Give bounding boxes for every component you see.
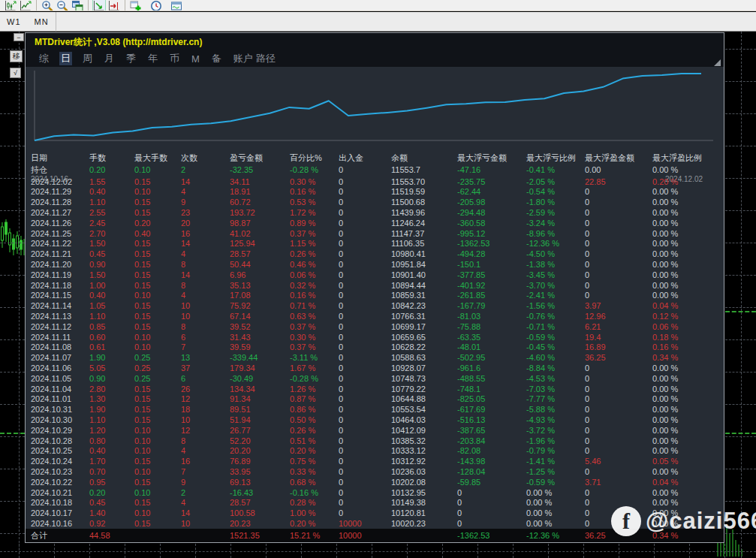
table-cell: 2024.10.31 (31, 405, 89, 414)
table-cell: 0.20 % (652, 177, 724, 186)
grid-line (89, 544, 90, 558)
chart-shift-icon[interactable] (107, 0, 121, 11)
menu-item-path[interactable]: 路径 (256, 52, 276, 65)
table-cell: 2.55 (89, 208, 134, 217)
table-cell: 18 (181, 405, 230, 414)
move-button[interactable]: 移 (10, 50, 23, 62)
table-row: 2024.10.291.200.101226.770.26 %010412.09… (26, 425, 724, 436)
table-cell: 0 (339, 394, 391, 403)
column-header: 最大浮盈比例 (652, 152, 724, 164)
table-cell: 0.92 (89, 519, 134, 528)
table-cell: 0 (339, 342, 391, 351)
menu-item-5[interactable]: 季 (125, 52, 137, 65)
table-cell: -8.84 % (526, 363, 585, 373)
table-cell: -3.45 % (526, 270, 585, 279)
panel-title: MTDriver统计 ,V3.08 (http://mtdriver.cn) (35, 36, 202, 49)
table-cell: -825.05 (457, 394, 526, 403)
grid-line (125, 544, 125, 558)
tile-windows-icon[interactable] (71, 0, 84, 11)
table-cell: 0 (339, 363, 391, 373)
table-cell: -494.28 (457, 249, 526, 258)
table-cell: 持仓 (31, 164, 89, 176)
table-cell: 11500.68 (391, 198, 457, 207)
table-cell: 10766.31 (391, 312, 457, 321)
stats-table-header: 日期手数最大手数次数盈亏金额百分比%出入金余额最大浮亏金额最大浮亏比例最大浮盈金… (26, 152, 724, 164)
table-cell: 0.40 (89, 291, 134, 300)
table-cell: 0 (585, 374, 652, 383)
grid-line (724, 544, 725, 558)
tab-mn[interactable]: MN (28, 14, 56, 29)
menu-item-7[interactable]: 币 (168, 52, 181, 65)
new-order-dropdown-icon[interactable]: ▾ (143, 8, 146, 11)
table-cell: 0.00 % (652, 219, 724, 228)
table-cell: 0.16 % (290, 291, 339, 300)
auto-scroll-icon[interactable] (92, 0, 106, 11)
table-cell: 0.00 % (526, 488, 585, 497)
table-cell: 2024.11.15 (31, 291, 89, 300)
toolbar-separator (125, 0, 125, 11)
table-cell: -617.69 (457, 405, 526, 414)
template-icon[interactable] (170, 0, 183, 11)
table-cell: 合计 (31, 530, 89, 541)
new-order-icon[interactable] (129, 0, 143, 11)
zoom-out-icon[interactable] (56, 0, 69, 11)
table-cell: 0.15 (134, 198, 181, 207)
table-cell: 0.20 % (290, 446, 339, 455)
table-cell: 0.16 % (652, 342, 724, 351)
check-button[interactable]: √ (10, 68, 21, 78)
column-header: 最大浮盈金额 (585, 152, 652, 164)
menu-item-6[interactable]: 年 (146, 52, 159, 65)
table-cell: 0.10 (134, 446, 181, 455)
table-cell: -30.49 (230, 374, 290, 383)
table-cell: 1.20 (89, 426, 134, 435)
table-row: 2024.11.272.550.1523193.721.72 %011439.9… (26, 207, 724, 218)
clock-dropdown-icon[interactable]: ▾ (164, 8, 167, 11)
table-cell: 0 (339, 312, 391, 321)
table-row: 2024.11.050.900.256-30.49-0.28 %010748.7… (26, 373, 724, 384)
table-cell: 1.30 (89, 394, 134, 403)
table-row: 2024.11.131.100.151067.140.63 %010766.31… (26, 311, 724, 321)
grid-line (0, 275, 25, 276)
table-cell: 0 (339, 374, 391, 383)
table-cell: 0 (585, 239, 652, 248)
table-cell: -261.85 (457, 291, 526, 300)
table-cell: 11439.96 (391, 208, 457, 217)
menu-item-8[interactable]: M (190, 53, 201, 65)
menu-item-3[interactable]: 周 (81, 52, 94, 65)
table-cell: 0.37 % (290, 322, 339, 331)
template-dropdown-icon[interactable]: ▾ (184, 8, 187, 11)
table-cell: 0 (339, 219, 391, 228)
table-row: 2024.11.042.800.1526134.341.26 %010779.2… (26, 384, 724, 394)
table-cell: 0 (585, 291, 652, 300)
table-cell: 28.57 (230, 249, 290, 258)
table-cell: 0.00 % (652, 260, 724, 269)
line-chart-icon[interactable] (19, 0, 32, 11)
table-cell: 36.25 (585, 353, 652, 362)
stats-table: 日期手数最大手数次数盈亏金额百分比%出入金余额最大浮亏金额最大浮亏比例最大浮盈金… (26, 152, 724, 542)
zoom-in-icon[interactable] (41, 0, 54, 11)
table-cell: 0 (585, 436, 652, 445)
table-row: 2024.10.280.800.10852.200.51 %010385.32-… (26, 436, 724, 446)
menu-item-4[interactable]: 月 (103, 52, 116, 65)
table-cell: 0 (585, 249, 652, 258)
menu-item-1[interactable]: 综 (38, 52, 50, 65)
menu-item-2[interactable]: 日 (59, 52, 72, 65)
scroll-end-marker-icon[interactable] (714, 59, 721, 66)
tab-w1[interactable]: W1 (0, 14, 28, 29)
table-cell: 1.72 % (290, 208, 339, 217)
clock-icon[interactable] (149, 0, 163, 11)
minimize-button[interactable]: − (14, 33, 24, 41)
table-cell: 2024.11.28 (31, 198, 89, 207)
table-cell: 23 (181, 208, 230, 217)
table-cell: 0.80 (89, 436, 134, 445)
menu-item-10[interactable]: 账户 (232, 52, 255, 65)
table-cell: 2024.11.18 (31, 281, 89, 290)
table-cell: 2024.11.13 (31, 312, 89, 321)
bar-chart-icon[interactable] (4, 0, 17, 11)
column-header: 出入金 (339, 152, 391, 164)
menu-item-9[interactable]: 备 (210, 52, 223, 65)
table-cell: 10644.88 (391, 394, 457, 403)
table-cell: 2.45 (89, 219, 134, 228)
table-row: 2024.11.141.050.151075.920.71 %010842.23… (26, 300, 724, 311)
table-cell: 0 (339, 446, 391, 455)
